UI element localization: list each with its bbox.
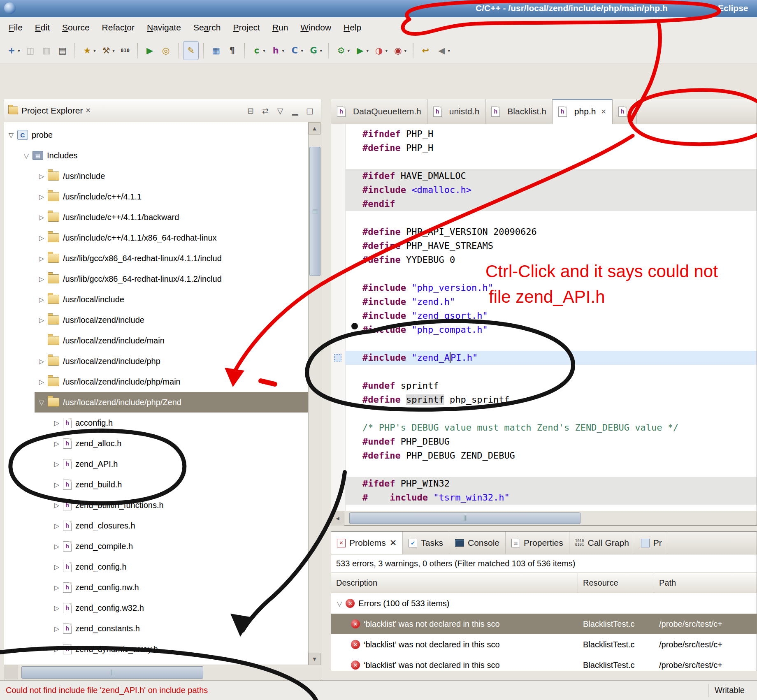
- minimize-icon[interactable]: ▁: [288, 104, 302, 118]
- menu-project[interactable]: Project: [227, 19, 266, 36]
- build-button[interactable]: ⚒▾: [99, 41, 116, 60]
- tree-item-body[interactable]: ▽/usr/local/zend/include/php/Zend: [35, 392, 309, 413]
- tree-item-body[interactable]: ▷hzend_dynamic_array.h: [50, 639, 309, 659]
- code-line-25[interactable]: [345, 463, 757, 477]
- expander-closed-icon[interactable]: ▷: [35, 213, 48, 221]
- menu-file[interactable]: File: [2, 19, 29, 36]
- tree-item-usr-include-c-4-1-1-backward[interactable]: ▷/usr/include/c++/4.1.1/backward: [4, 207, 309, 227]
- editor-tab-item[interactable]: h: [613, 99, 637, 124]
- code-viewport[interactable]: #ifndef PHP_H#define PHP_H#ifdef HAVE_DM…: [331, 124, 757, 511]
- menu-window[interactable]: Window: [294, 19, 337, 36]
- tree-item-usr-lib-gcc-x86-64-redhat-linux-4-1-1-includ[interactable]: ▷/usr/lib/gcc/x86_64-redhat-linux/4.1.1/…: [4, 248, 309, 269]
- tree-item-body[interactable]: ▷/usr/include/c++/4.1.1/x86_64-redhat-li…: [35, 227, 309, 248]
- tree-item-usr-local-zend-include-php-main[interactable]: ▷/usr/local/zend/include/php/main: [4, 371, 309, 392]
- explorer-vscroll-thumb[interactable]: [309, 147, 320, 276]
- menu-refactor[interactable]: Refactor: [96, 19, 141, 36]
- expander-open-icon[interactable]: ▽: [35, 399, 48, 406]
- debug-button[interactable]: ⚙▾: [334, 41, 351, 60]
- show-whitespace-button[interactable]: ¶: [225, 41, 239, 60]
- code-line-8[interactable]: #define PHP_API_VERSION 20090626: [345, 225, 757, 239]
- expander-closed-icon[interactable]: ▷: [51, 584, 63, 591]
- code-area[interactable]: #ifndef PHP_H#define PHP_H#ifdef HAVE_DM…: [345, 124, 757, 511]
- new-header-file-button[interactable]: h▾: [268, 41, 286, 60]
- link-with-editor-icon[interactable]: ⇄: [258, 104, 272, 118]
- expander-closed-icon[interactable]: ▷: [51, 563, 63, 571]
- tree-item-body[interactable]: ▽Cprobe: [4, 125, 309, 145]
- expander-closed-icon[interactable]: ▷: [35, 172, 48, 180]
- expander-closed-icon[interactable]: ▷: [51, 604, 63, 612]
- back-button[interactable]: ◀▾: [434, 41, 452, 60]
- tree-item-usr-local-zend-include-php[interactable]: ▷/usr/local/zend/include/php: [4, 351, 309, 371]
- tree-item-body[interactable]: ▷hzend_API.h: [50, 454, 309, 474]
- tree-item-body[interactable]: ▷/usr/lib/gcc/x86_64-redhat-linux/4.1.2/…: [35, 269, 309, 289]
- expander-closed-icon[interactable]: ▷: [51, 501, 63, 509]
- expander-closed-icon[interactable]: ▷: [51, 522, 63, 530]
- tree-item-zend-api-h[interactable]: ▷hzend_API.h: [4, 454, 309, 474]
- new-source-file-button[interactable]: c▾: [249, 41, 267, 60]
- code-line-24[interactable]: #define PHP_DEBUG ZEND_DEBUG: [345, 449, 757, 463]
- scroll-left-arrow[interactable]: ◀: [331, 511, 344, 526]
- tree-item-zend-build-h[interactable]: ▷hzend_build.h: [4, 474, 309, 495]
- tree-item-body[interactable]: ▷hacconfig.h: [50, 413, 309, 433]
- tree-item-body[interactable]: ▷/usr/local/include: [35, 289, 309, 310]
- tree-item-usr-include[interactable]: ▷/usr/include: [4, 166, 309, 186]
- tree-item-body[interactable]: ▷/usr/local/zend/include: [35, 310, 309, 330]
- scroll-up-arrow[interactable]: ▲: [309, 122, 320, 134]
- tree-item-body[interactable]: ▷hzend_closures.h: [50, 515, 309, 536]
- code-line-13[interactable]: #include "zend.h": [345, 295, 757, 309]
- new-class-button[interactable]: C▾: [287, 41, 305, 60]
- tree-item-usr-lib-gcc-x86-64-redhat-linux-4-1-2-includ[interactable]: ▷/usr/lib/gcc/x86_64-redhat-linux/4.1.2/…: [4, 269, 309, 289]
- explorer-hscrollbar[interactable]: [4, 665, 321, 680]
- dropdown-arrow-icon[interactable]: ▾: [385, 48, 388, 53]
- code-line-21[interactable]: [345, 407, 757, 421]
- open-element-button[interactable]: ▦: [209, 41, 223, 60]
- tab-problems[interactable]: ✕Problems✕: [331, 532, 403, 554]
- tree-item-zend-config-nw-h[interactable]: ▷hzend_config.nw.h: [4, 577, 309, 598]
- code-line-11[interactable]: [345, 267, 757, 281]
- code-line-7[interactable]: [345, 211, 757, 225]
- tree-item-body[interactable]: ▷/usr/include/c++/4.1.1/backward: [35, 207, 309, 227]
- tree-item-usr-include-c-4-1-1[interactable]: ▷/usr/include/c++/4.1.1: [4, 186, 309, 207]
- tree-item-body[interactable]: ▷hzend_build.h: [50, 474, 309, 495]
- dropdown-arrow-icon[interactable]: ▾: [366, 48, 369, 53]
- collapse-all-icon[interactable]: ⊟: [244, 104, 258, 118]
- expander-open-icon[interactable]: ▽: [337, 600, 342, 607]
- tree-item-body[interactable]: ▷/usr/lib/gcc/x86_64-redhat-linux/4.1.1/…: [35, 248, 309, 269]
- project-explorer-close-icon[interactable]: ✕: [85, 107, 91, 114]
- dropdown-arrow-icon[interactable]: ▾: [301, 48, 303, 53]
- tree-item-zend-compile-h[interactable]: ▷hzend_compile.h: [4, 536, 309, 556]
- dropdown-arrow-icon[interactable]: ▾: [282, 48, 284, 53]
- expander-closed-icon[interactable]: ▷: [51, 460, 63, 468]
- tree-item-zend-constants-h[interactable]: ▷hzend_constants.h: [4, 618, 309, 639]
- expander-closed-icon[interactable]: ▷: [35, 316, 48, 324]
- coverage-button[interactable]: ◉▾: [390, 41, 408, 60]
- explorer-hscroll-thumb[interactable]: [21, 666, 203, 679]
- expander-closed-icon[interactable]: ▷: [35, 193, 48, 201]
- new-project-button[interactable]: G▾: [306, 41, 324, 60]
- tree-item-body[interactable]: ▷/usr/include/c++/4.1.1: [35, 186, 309, 207]
- code-line-17[interactable]: #include "zend_API.h": [345, 351, 757, 365]
- tree-item-body[interactable]: ▷/usr/local/zend/include/php/main: [35, 371, 309, 392]
- tree-item-body[interactable]: ▽▤Includes: [19, 145, 309, 166]
- dropdown-arrow-icon[interactable]: ▾: [404, 48, 406, 53]
- title-bar[interactable]: C/C++ - /usr/local/zend/include/php/main…: [0, 0, 757, 18]
- tree-item-usr-local-zend-include[interactable]: ▷/usr/local/zend/include: [4, 310, 309, 330]
- tree-item-body[interactable]: ▷hzend_alloc.h: [50, 433, 309, 454]
- tree-item-body[interactable]: ▷/usr/local/zend/include/php: [35, 351, 309, 371]
- code-line-22[interactable]: /* PHP's DEBUG value must match Zend's Z…: [345, 421, 757, 435]
- tree-item-zend-config-w32-h[interactable]: ▷hzend_config.w32.h: [4, 598, 309, 618]
- column-description[interactable]: Description: [331, 573, 578, 593]
- expander-closed-icon[interactable]: ▷: [51, 481, 63, 489]
- search-button[interactable]: ◎: [158, 41, 173, 60]
- maximize-icon[interactable]: □: [303, 104, 317, 118]
- close-icon[interactable]: ✕: [601, 108, 606, 116]
- code-line-20[interactable]: #define sprintf php_sprintf: [345, 393, 757, 407]
- tree-item-body[interactable]: ▷hzend_constants.h: [50, 618, 309, 639]
- code-line-14[interactable]: #include "zend_qsort.h": [345, 309, 757, 323]
- editor-tab-php-h[interactable]: hphp.h✕: [553, 99, 613, 124]
- code-line-16[interactable]: [345, 337, 757, 351]
- profile-button[interactable]: ◑▾: [372, 41, 389, 60]
- expander-closed-icon[interactable]: ▷: [35, 378, 48, 386]
- menu-run[interactable]: Run: [266, 19, 295, 36]
- expander-closed-icon[interactable]: ▷: [35, 296, 48, 304]
